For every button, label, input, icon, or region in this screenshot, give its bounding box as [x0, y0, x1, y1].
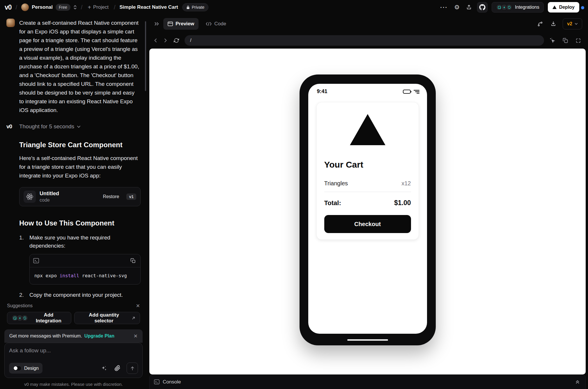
nav-forward-button[interactable]	[163, 37, 168, 44]
version-label: v2	[567, 21, 572, 26]
refresh-icon	[174, 38, 179, 43]
item-quantity: x12	[401, 180, 411, 187]
thought-label: Thought for 5 seconds	[19, 123, 74, 130]
breadcrumb-separator: /	[16, 4, 17, 11]
workspace-switcher[interactable]: Personal Free	[21, 3, 77, 11]
refresh-button[interactable]	[173, 37, 180, 44]
enhance-prompt-button[interactable]	[100, 364, 108, 373]
total-label: Total:	[324, 199, 341, 207]
step-text: Make sure you have the required dependen…	[29, 235, 110, 249]
response-intro: Here's a self-contained React Native com…	[19, 154, 141, 180]
cart-total-row: Total: $1.00	[324, 199, 411, 207]
chat-bottom-panel: Suggestions ✕ Add Integration Add quanti…	[0, 300, 147, 389]
add-integration-chip[interactable]: Add Integration	[7, 312, 71, 324]
step-number: 1.	[19, 234, 27, 286]
response-heading: Triangle Store Cart Component	[19, 141, 141, 149]
attach-file-button[interactable]	[113, 364, 122, 372]
inspect-element-button[interactable]	[548, 36, 557, 45]
new-project-button[interactable]: + Project	[86, 3, 110, 11]
privacy-badge[interactable]: Private	[182, 3, 209, 11]
user-message-text: Create a self-contained React Native com…	[19, 19, 141, 115]
deploy-label: Deploy	[559, 5, 575, 10]
preview-canvas[interactable]: 9:41 Your Cart Triangles x12 Tota	[149, 49, 586, 374]
github-icon	[479, 4, 486, 10]
add-quantity-selector-chip[interactable]: Add quantity selector	[74, 312, 140, 324]
paperclip-icon	[114, 365, 121, 371]
vercel-triangle-icon	[552, 6, 557, 9]
version-badge: v1	[126, 193, 136, 200]
toggle-switch-icon	[13, 366, 22, 371]
integrations-button[interactable]: Integrations	[492, 2, 544, 13]
tab-code[interactable]: Code	[201, 18, 231, 30]
chat-title: Simple React Native Cart	[120, 4, 178, 10]
total-value: $1.00	[394, 199, 411, 207]
code-card-subtitle: code	[40, 198, 99, 203]
notification-dot	[581, 6, 584, 9]
top-bar: v0 / Personal Free / + Project / Simple …	[0, 0, 588, 15]
share-icon	[466, 4, 472, 10]
chevron-down-icon	[77, 125, 81, 128]
github-button[interactable]	[477, 2, 488, 13]
supabase-icon	[506, 4, 512, 10]
howto-heading: How to Use This Component	[19, 219, 141, 227]
share-button[interactable]	[465, 3, 473, 11]
followup-input[interactable]	[9, 347, 138, 354]
react-icon	[26, 193, 33, 200]
v0-assistant-icon: v0	[6, 123, 16, 130]
close-premium-button[interactable]: ✕	[134, 334, 138, 339]
tab-preview-label: Preview	[176, 21, 194, 27]
list-item: 1. Make sure you have the required depen…	[19, 234, 141, 286]
integration-logos	[12, 315, 28, 321]
design-toggle[interactable]: Design	[9, 363, 42, 374]
expand-console-button[interactable]	[574, 379, 581, 386]
deploy-button[interactable]: Deploy	[548, 2, 579, 13]
download-icon	[550, 21, 556, 27]
thought-row[interactable]: v0 Thought for 5 seconds	[6, 123, 141, 130]
plus-icon: +	[88, 4, 91, 10]
v0-logo[interactable]: v0	[5, 3, 12, 11]
git-branch-icon	[537, 21, 543, 27]
tab-code-label: Code	[214, 21, 226, 27]
scrollbar-thumb[interactable]	[145, 21, 146, 91]
console-bar[interactable]: Console	[149, 374, 586, 389]
tab-preview[interactable]: Preview	[163, 18, 199, 30]
fullscreen-button[interactable]	[574, 37, 582, 45]
user-message: Create a self-contained React Native com…	[6, 19, 141, 115]
design-toggle-label: Design	[24, 366, 39, 371]
cart-card: Your Cart Triangles x12 Total: $1.00 Che…	[316, 102, 419, 240]
restore-button[interactable]: Restore	[103, 194, 119, 199]
workspace-avatar	[21, 3, 29, 11]
send-button[interactable]	[127, 363, 138, 374]
terminal-icon	[33, 258, 39, 263]
step-number: 2.	[19, 291, 27, 299]
fork-button[interactable]	[536, 20, 544, 28]
upgrade-plan-link[interactable]: Upgrade Plan	[84, 333, 114, 339]
workspace-name: Personal	[32, 4, 53, 10]
suggestions-label: Suggestions	[7, 303, 33, 308]
new-project-label: Project	[93, 4, 109, 10]
list-item: 2. Copy the component into your project.	[19, 291, 141, 299]
code-version-card[interactable]: Untitled code Restore v1	[19, 187, 141, 206]
version-selector[interactable]: v2	[563, 18, 582, 29]
privacy-badge-label: Private	[192, 5, 205, 10]
more-options-button[interactable]: ···	[439, 3, 449, 12]
iphone-mockup: 9:41 Your Cart Triangles x12 Tota	[300, 74, 436, 345]
close-suggestions-button[interactable]: ✕	[136, 303, 140, 308]
url-input[interactable]	[185, 35, 544, 46]
checkout-button[interactable]: Checkout	[324, 215, 411, 233]
open-in-new-button[interactable]	[562, 37, 569, 45]
download-button[interactable]	[549, 20, 557, 28]
nav-back-button[interactable]	[153, 37, 158, 44]
copy-code-button[interactable]	[129, 257, 137, 264]
lock-icon	[186, 6, 190, 9]
copy-icon	[130, 258, 136, 263]
collapse-sidebar-button[interactable]	[153, 20, 160, 27]
preview-urlbar	[147, 33, 588, 48]
cursor-sparkle-icon	[550, 38, 555, 43]
sparkles-icon	[101, 365, 107, 372]
gear-icon: ⚙	[454, 4, 460, 11]
code-card-tile	[24, 191, 36, 203]
breadcrumb-separator: /	[81, 4, 83, 11]
step-text: Copy the component into your project.	[29, 291, 141, 299]
settings-button[interactable]: ⚙	[453, 3, 461, 12]
